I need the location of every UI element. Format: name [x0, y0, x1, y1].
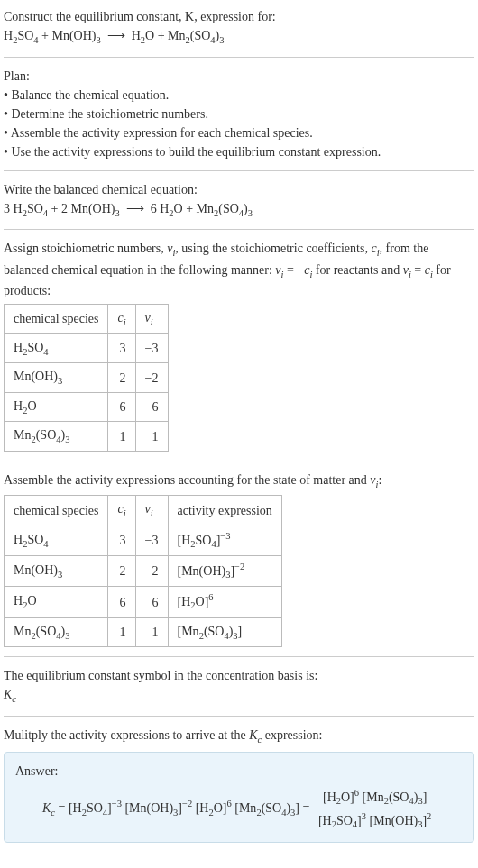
cell-c: 6 [108, 392, 135, 422]
cell-species: H2O [5, 587, 108, 617]
plan-item: • Balance the chemical equation. [4, 86, 474, 105]
answer-label: Answer: [15, 762, 463, 781]
plan-item: • Determine the stoichiometric numbers. [4, 105, 474, 123]
table-row: H2O 6 6 [5, 392, 169, 422]
cell-c: 3 [108, 333, 135, 363]
col-c: ci [108, 305, 135, 334]
table-row: Mn2(SO4)3 1 1 [5, 422, 169, 452]
stoich-table: chemical species ci νi H2SO4 3 −3 Mn(OH)… [4, 304, 169, 452]
cell-c: 1 [108, 422, 135, 452]
table-row: Mn2(SO4)3 1 1 [Mn2(SO4)3] [5, 617, 282, 647]
plan-section: Plan: • Balance the chemical equation. •… [4, 67, 474, 171]
activity-intro: Assemble the activity expressions accoun… [4, 471, 474, 492]
plan-title: Plan: [4, 67, 474, 86]
multiply-section: Mulitply the activity expressions to arr… [4, 726, 474, 843]
table-header-row: chemical species ci νi [5, 305, 169, 334]
cell-species: H2SO4 [5, 333, 108, 363]
cell-activity: [H2O]6 [168, 587, 281, 617]
col-activity: activity expression [168, 496, 281, 525]
cell-v: 1 [135, 422, 168, 452]
frac-denominator: [H2SO4]3 [Mn(OH)3]2 [315, 809, 435, 832]
table-header-row: chemical species ci νi activity expressi… [5, 496, 282, 525]
balanced-title: Write the balanced chemical equation: [4, 180, 474, 199]
cell-v: 6 [135, 392, 168, 422]
stoich-section: Assign stoichiometric numbers, νi, using… [4, 239, 474, 461]
frac-numerator: [H2O]6 [Mn2(SO4)3] [315, 786, 435, 809]
cell-species: H2SO4 [5, 525, 108, 556]
plan-item: • Assemble the activity expression for e… [4, 123, 474, 142]
balanced-equation: 3 H2SO4 + 2 Mn(OH)3 ⟶ 6 H2O + Mn2(SO4)3 [4, 199, 474, 221]
col-v: νi [135, 496, 168, 525]
col-species: chemical species [5, 305, 108, 334]
stoich-intro: Assign stoichiometric numbers, νi, using… [4, 239, 474, 300]
intro-line: Construct the equilibrium constant, K, e… [4, 7, 474, 26]
cell-c: 1 [108, 617, 135, 647]
col-v: νi [135, 305, 168, 334]
answer-box: Answer: Kc = [H2SO4]−3 [Mn(OH)3]−2 [H2O]… [4, 752, 474, 842]
col-species: chemical species [5, 496, 108, 525]
cell-v: 6 [135, 587, 168, 617]
table-row: H2SO4 3 −3 [5, 333, 169, 363]
cell-v: −3 [135, 333, 168, 363]
table-row: Mn(OH)3 2 −2 [5, 363, 169, 393]
symbol-line1: The equilibrium constant symbol in the c… [4, 666, 474, 685]
cell-activity: [Mn2(SO4)3] [168, 617, 281, 647]
cell-c: 3 [108, 525, 135, 556]
activity-table: chemical species ci νi activity expressi… [4, 495, 282, 647]
kc-expression: Kc = [H2SO4]−3 [Mn(OH)3]−2 [H2O]6 [Mn2(S… [42, 801, 313, 815]
answer-expression: Kc = [H2SO4]−3 [Mn(OH)3]−2 [H2O]6 [Mn2(S… [15, 786, 463, 832]
multiply-line: Mulitply the activity expressions to arr… [4, 726, 474, 747]
cell-c: 2 [108, 556, 135, 587]
table-row: H2SO4 3 −3 [H2SO4]−3 [5, 525, 282, 556]
cell-species: Mn2(SO4)3 [5, 617, 108, 647]
cell-v: −3 [135, 525, 168, 556]
cell-c: 2 [108, 363, 135, 393]
col-c: ci [108, 496, 135, 525]
intro-section: Construct the equilibrium constant, K, e… [4, 7, 474, 58]
cell-species: H2O [5, 392, 108, 422]
plan-item: • Use the activity expressions to build … [4, 142, 474, 161]
cell-activity: [H2SO4]−3 [168, 525, 281, 556]
cell-species: Mn(OH)3 [5, 363, 108, 393]
symbol-line2: Kc [4, 685, 474, 707]
cell-v: −2 [135, 363, 168, 393]
cell-species: Mn2(SO4)3 [5, 422, 108, 452]
cell-species: Mn(OH)3 [5, 556, 108, 587]
intro-equation: H2SO4 + Mn(OH)3 ⟶ H2O + Mn2(SO4)3 [4, 26, 474, 48]
kc-fraction: [H2O]6 [Mn2(SO4)3][H2SO4]3 [Mn(OH)3]2 [315, 786, 435, 832]
cell-activity: [Mn(OH)3]−2 [168, 556, 281, 587]
activity-section: Assemble the activity expressions accoun… [4, 471, 474, 657]
balanced-section: Write the balanced chemical equation: 3 … [4, 180, 474, 231]
cell-v: −2 [135, 556, 168, 587]
cell-c: 6 [108, 587, 135, 617]
symbol-section: The equilibrium constant symbol in the c… [4, 666, 474, 717]
table-row: Mn(OH)3 2 −2 [Mn(OH)3]−2 [5, 556, 282, 587]
cell-v: 1 [135, 617, 168, 647]
table-row: H2O 6 6 [H2O]6 [5, 587, 282, 617]
